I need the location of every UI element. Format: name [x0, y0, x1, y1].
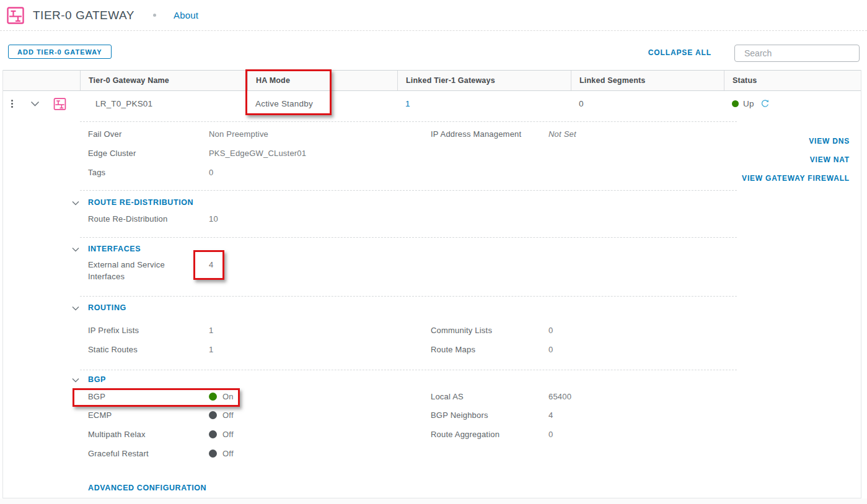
view-nat-link[interactable]: VIEW NAT [810, 155, 850, 165]
divider [80, 296, 737, 297]
static-routes-label: Static Routes [88, 340, 138, 359]
bgp-toggle-row: BGP On Local AS 65400 [3, 387, 737, 406]
bgp-on-dot [209, 393, 217, 401]
fail-over-value: Non Preemptive [209, 124, 268, 144]
route-aggregation-value: 0 [548, 425, 553, 444]
route-maps-label: Route Maps [431, 340, 475, 359]
interfaces-row: External and Service Interfaces 4 [3, 259, 737, 284]
routing-section-header: ROUTING [3, 298, 737, 318]
column-header-controls [3, 71, 80, 90]
linked-segments-cell: 0 [571, 91, 724, 116]
about-link[interactable]: About [174, 10, 198, 20]
tags-value: 0 [209, 163, 213, 182]
linked-t1-count-link[interactable]: 1 [405, 99, 410, 108]
status-text: Up [743, 99, 754, 108]
ipam-value: Not Set [548, 124, 576, 144]
refresh-status-icon[interactable] [760, 99, 770, 108]
static-routes-count-link[interactable]: 1 [209, 340, 213, 359]
bgp-value: On [222, 387, 234, 406]
interfaces-label: External and Service Interfaces [88, 259, 196, 282]
ipam-label: IP Address Management [431, 124, 521, 144]
community-lists-label: Community Lists [431, 321, 492, 340]
tags-label: Tags [88, 163, 105, 182]
search-input[interactable] [744, 48, 856, 58]
chevron-down-icon[interactable] [72, 378, 79, 383]
route-redistribution-label: Route Re-Distribution [88, 209, 167, 228]
divider [80, 190, 737, 191]
fail-over-label: Fail Over [88, 124, 122, 144]
routing-row-1: IP Prefix Lists 1 Community Lists 0 [3, 321, 737, 340]
chevron-down-icon[interactable] [72, 306, 79, 311]
column-header-status: Status [724, 71, 861, 90]
gateway-table: Tier-0 Gateway Name HA Mode Linked Tier-… [2, 70, 861, 498]
ip-prefix-lists-label: IP Prefix Lists [88, 321, 139, 340]
graceful-restart-label: Graceful Restart [88, 444, 149, 463]
edge-cluster-value: PKS_EdgeGW_CLuster01 [209, 144, 306, 163]
status-cell: Up [724, 91, 861, 116]
view-gateway-firewall-link[interactable]: VIEW GATEWAY FIREWALL [742, 173, 850, 183]
routing-row-2: Static Routes 1 Route Maps 0 [3, 340, 737, 359]
collapse-all-button[interactable]: COLLAPSE ALL [648, 48, 711, 57]
interfaces-section-header: INTERFACES [3, 240, 737, 259]
advanced-configuration-link[interactable]: ADVANCED CONFIGURATION [88, 479, 206, 498]
gateway-name-cell: LR_T0_PKS01 [80, 91, 247, 116]
fail-over-row: Fail Over Non Preemptive IP Address Mana… [3, 124, 737, 144]
interfaces-count-link[interactable]: 4 [209, 259, 213, 271]
graceful-restart-off-dot [209, 450, 217, 458]
table-row: LR_T0_PKS01 Active Standby 1 0 Up [3, 91, 861, 116]
tier0-gateway-row-icon [53, 98, 66, 110]
divider [80, 121, 737, 122]
view-dns-link[interactable]: VIEW DNS [809, 136, 850, 146]
local-as-value: 65400 [548, 387, 571, 406]
local-as-label: Local AS [431, 387, 464, 406]
column-header-linked-segments: Linked Segments [571, 71, 724, 90]
graceful-restart-value: Off [222, 444, 234, 463]
status-up-dot [732, 100, 739, 107]
bgp-neighbors-label: BGP Neighbors [431, 406, 488, 425]
linked-t1-cell: 1 [397, 91, 571, 116]
multipath-relax-row: Multipath Relax Off Route Aggregation 0 [3, 425, 737, 444]
search-box[interactable] [734, 45, 860, 62]
gateway-name: LR_T0_PKS01 [95, 99, 152, 108]
ip-prefix-lists-count-link[interactable]: 1 [209, 321, 213, 340]
tier0-gateway-icon [6, 7, 25, 24]
ecmp-value: Off [222, 406, 234, 425]
column-header-ha-mode: HA Mode [247, 71, 397, 90]
multipath-relax-label: Multipath Relax [88, 425, 146, 444]
page-title: TIER-0 GATEWAY [33, 9, 134, 22]
graceful-restart-row: Graceful Restart Off [3, 444, 737, 463]
multipath-relax-off-dot [209, 430, 217, 438]
chevron-down-icon[interactable] [72, 201, 79, 206]
divider [80, 237, 737, 238]
route-maps-value: 0 [548, 340, 553, 359]
add-tier0-gateway-button[interactable]: ADD TIER-0 GATEWAY [8, 45, 112, 59]
edge-cluster-row: Edge Cluster PKS_EdgeGW_CLuster01 [3, 144, 737, 163]
tags-row: Tags 0 [3, 163, 737, 182]
header-separator-dot [153, 14, 156, 17]
route-redistribution-row: Route Re-Distribution 10 [3, 209, 737, 228]
ecmp-off-dot [209, 411, 217, 419]
bgp-neighbors-count-link[interactable]: 4 [548, 406, 553, 425]
route-aggregation-label: Route Aggregation [431, 425, 500, 444]
multipath-relax-value: Off [222, 425, 234, 444]
column-header-name: Tier-0 Gateway Name [80, 71, 247, 90]
ha-mode-cell: Active Standby [247, 91, 397, 116]
row-expand-chevron-icon[interactable] [30, 101, 40, 106]
ecmp-row: ECMP Off BGP Neighbors 4 [3, 406, 737, 425]
edge-cluster-label: Edge Cluster [88, 144, 136, 163]
bgp-label: BGP [88, 387, 105, 406]
toolbar: ADD TIER-0 GATEWAY COLLAPSE ALL [0, 31, 867, 70]
table-header-row: Tier-0 Gateway Name HA Mode Linked Tier-… [3, 70, 861, 91]
ecmp-label: ECMP [88, 406, 112, 425]
community-lists-value: 0 [548, 321, 553, 340]
page-header: TIER-0 GATEWAY About [0, 0, 867, 31]
gateway-details: Fail Over Non Preemptive IP Address Mana… [3, 116, 861, 498]
interfaces-heading[interactable]: INTERFACES [88, 240, 141, 259]
routing-heading[interactable]: ROUTING [88, 298, 126, 318]
column-header-linked-t1: Linked Tier-1 Gateways [397, 71, 571, 90]
footer-strip [0, 498, 867, 504]
route-redistribution-count-link[interactable]: 10 [209, 209, 218, 228]
chevron-down-icon[interactable] [72, 247, 79, 252]
row-menu-icon[interactable] [11, 100, 13, 102]
